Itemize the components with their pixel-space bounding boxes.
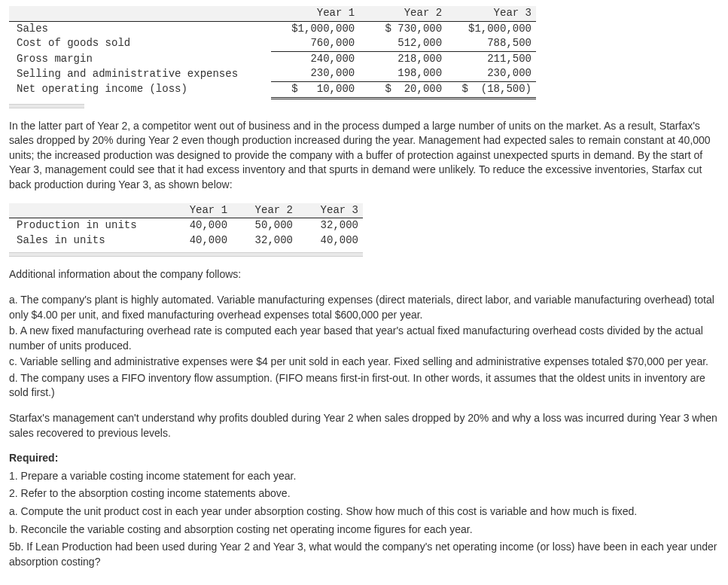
col-year2: Year 2 [359, 6, 446, 21]
row-sales: Sales $1,000,000 $ 730,000 $1,000,000 [9, 21, 536, 36]
req-2: 2. Refer to the absorption costing incom… [9, 486, 719, 501]
blank-header [9, 6, 271, 21]
req-2b: b. Reconcile the variable costing and ab… [9, 523, 719, 538]
row-cogs: Cost of goods sold 760,000 512,000 788,5… [9, 36, 536, 51]
info-list: a. The company's plant is highly automat… [9, 293, 719, 401]
item-c: c. Variable selling and administrative e… [9, 355, 719, 370]
units-table: Year 1 Year 2 Year 3 Production in units… [9, 203, 363, 248]
scroll-indicator-2[interactable] [9, 252, 363, 257]
paragraph-question: Starfax's management can't understand wh… [9, 411, 719, 440]
col-year1: Year 1 [271, 6, 359, 21]
req-1: 1. Prepare a variable costing income sta… [9, 469, 719, 484]
required-label: Required: [9, 451, 719, 466]
row-sae: Selling and administrative expenses 230,… [9, 66, 536, 81]
req-5b: 5b. If Lean Production had been used dur… [9, 540, 719, 569]
col-year3: Year 3 [446, 6, 536, 21]
blank-header-2 [9, 203, 166, 218]
required-section: Required: 1. Prepare a variable costing … [9, 451, 719, 569]
item-d: d. The company uses a FIFO inventory flo… [9, 371, 719, 401]
scroll-indicator[interactable] [9, 104, 84, 108]
col2-year2: Year 2 [232, 203, 297, 218]
row-sales-units: Sales in units 40,000 32,000 40,000 [9, 233, 363, 248]
req-2a: a. Compute the unit product cost in each… [9, 504, 719, 519]
additional-info-intro: Additional information about the company… [9, 267, 719, 282]
col2-year3: Year 3 [297, 203, 363, 218]
item-b: b. A new fixed manufacturing overhead ra… [9, 324, 719, 353]
row-gross-margin: Gross margin 240,000 218,000 211,500 [9, 51, 536, 66]
col2-year1: Year 1 [166, 203, 232, 218]
item-a: a. The company's plant is highly automat… [9, 293, 719, 322]
paragraph-context: In the latter part of Year 2, a competit… [9, 119, 719, 193]
income-statement-table: Year 1 Year 2 Year 3 Sales $1,000,000 $ … [9, 6, 536, 99]
row-production: Production in units 40,000 50,000 32,000 [9, 218, 363, 233]
row-noi: Net operating income (loss) $ 10,000 $ 2… [9, 81, 536, 98]
